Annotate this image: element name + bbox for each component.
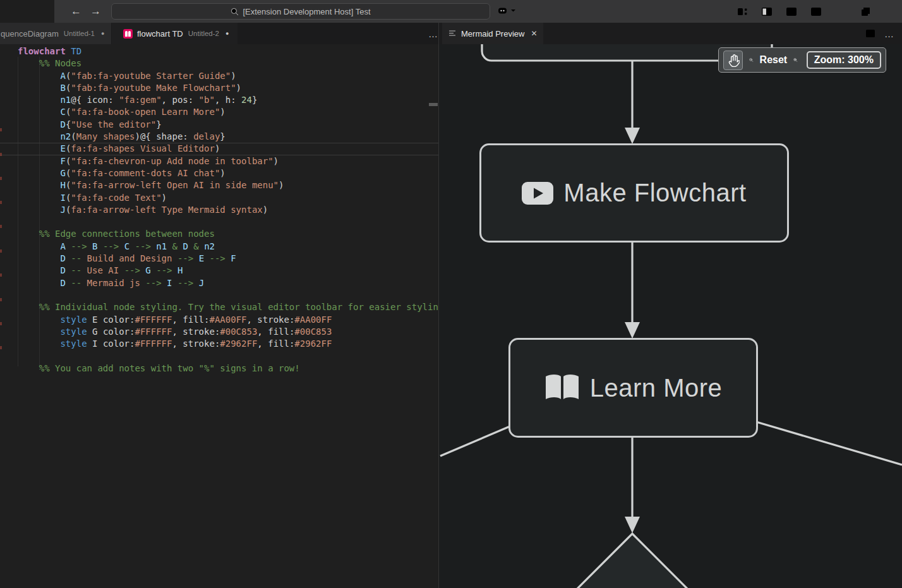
- customize-layout-icon[interactable]: [734, 3, 750, 20]
- toggle-primary-sidebar-icon[interactable]: [759, 3, 775, 20]
- forward-icon[interactable]: →: [90, 5, 101, 18]
- book-open-icon: [544, 373, 580, 402]
- edge-c-n2: [754, 421, 902, 465]
- search-value: [Extension Development Host] Test: [243, 7, 370, 16]
- youtube-icon: [522, 182, 553, 205]
- split-editor-icon[interactable]: [865, 29, 875, 38]
- close-preview-icon[interactable]: ✕: [531, 29, 537, 38]
- pan-tool-button[interactable]: [723, 51, 743, 70]
- code-line: style G color:#FFFFFF, stroke:#00C853, f…: [0, 326, 438, 338]
- flowchart-svg: [439, 44, 902, 588]
- preview-tab-bar: Mermaid Preview ✕ …: [439, 23, 902, 44]
- command-center-search[interactable]: [Extension Development Host] Test: [111, 3, 490, 20]
- vscode-window: ← → [Extension Development Host] Test qu…: [0, 0, 902, 588]
- title-bar-left-region: [0, 0, 54, 23]
- code-line: style E color:#FFFFFF, fill:#AA00FF, str…: [0, 314, 438, 326]
- code-line: D -- Use AI --> G --> H: [0, 265, 438, 277]
- code-line: F("fa:fa-chevron-up Add node in toolbar"…: [0, 155, 438, 167]
- tab-label: quenceDiagram: [1, 29, 59, 39]
- tab-label: flowchart TD: [137, 29, 183, 39]
- code-line: style I color:#FFFFFF, stroke:#2962FF, f…: [0, 338, 438, 350]
- code-line: H("fa:fa-arrow-left Open AI in side menu…: [0, 179, 438, 191]
- overview-error-mark: [0, 225, 2, 228]
- node-label: Make Flowchart: [563, 179, 746, 207]
- code-line: D -- Mermaid js --> I --> J: [0, 277, 438, 289]
- overview-error-mark: [0, 177, 2, 180]
- tab-description: Untitled-2: [188, 30, 219, 37]
- search-icon: [231, 8, 239, 16]
- hand-icon: [727, 53, 740, 67]
- restore-window-icon[interactable]: [857, 3, 874, 20]
- code-line: %% Nodes: [0, 57, 438, 69]
- code-line: G("fa:fa-comment-dots AI chat"): [0, 167, 438, 179]
- code-line: J(fa:fa-arrow-left Type Mermaid syntax): [0, 204, 438, 216]
- overview-error-mark: [0, 273, 2, 277]
- arrowhead-icon: [625, 322, 640, 339]
- code-line: %% Edge connections between nodes: [0, 228, 438, 240]
- overview-error-mark: [0, 153, 2, 156]
- chevron-down-icon: [510, 8, 516, 13]
- copilot-menu[interactable]: [496, 4, 516, 16]
- code-line: n1@{ icon: "fa:gem", pos: "b", h: 24}: [0, 94, 438, 106]
- overview-error-mark: [0, 249, 2, 253]
- code-line: %% Individual node styling. Try the visu…: [0, 301, 438, 313]
- reset-zoom-button[interactable]: Reset: [760, 54, 788, 66]
- back-icon[interactable]: ←: [71, 5, 81, 18]
- code-line: n2(Many shapes)@{ shape: delay}: [0, 131, 438, 143]
- arrowhead-icon: [625, 128, 640, 144]
- toggle-panel-icon[interactable]: [783, 3, 800, 20]
- preview-icon: [448, 30, 457, 37]
- tab-sequencediagram[interactable]: quenceDiagram Untitled-1 ●: [0, 23, 111, 44]
- overview-error-mark: [0, 322, 2, 325]
- zoom-out-icon[interactable]: [749, 52, 754, 68]
- close-window-icon[interactable]: [882, 3, 898, 20]
- code-line: E(fa:fa-shapes Visual Editdor): [0, 143, 438, 155]
- preview-zoom-toolbar: Reset Zoom: 300%: [718, 47, 886, 73]
- code-line: A("fab:fa-youtube Starter Guide"): [0, 70, 438, 82]
- code-line: [0, 350, 438, 362]
- code-line: D{"Use the editor"}: [0, 119, 438, 131]
- code-line: I("fa:fa-code Text"): [0, 192, 438, 204]
- code-line: A --> B --> C --> n1 & D & n2: [0, 241, 438, 253]
- modified-dot-icon[interactable]: ●: [101, 30, 104, 37]
- editor-actions-more-icon[interactable]: …: [428, 23, 438, 44]
- overview-error-mark: [0, 346, 2, 349]
- toggle-secondary-sidebar-icon[interactable]: [808, 3, 824, 20]
- title-bar: ← → [Extension Development Host] Test: [0, 0, 902, 23]
- overview-error-mark: [0, 201, 2, 204]
- node-use-the-editor-partial: [520, 534, 745, 588]
- arrowhead-icon: [625, 517, 640, 533]
- code-line: B("fab:fa-youtube Make Flowchart"): [0, 82, 438, 94]
- edge-c-n1: [440, 425, 513, 456]
- tab-flowchart-td[interactable]: flowchart TD Untitled-2 ●: [112, 23, 238, 44]
- minimize-icon[interactable]: [833, 3, 849, 20]
- code-line: %% You can add notes with two "%" signs …: [0, 363, 438, 375]
- preview-tab-label: Mermaid Preview: [461, 29, 524, 39]
- code-line: D -- Build and Design --> E --> F: [0, 253, 438, 265]
- code-line: flowchart TD: [0, 45, 438, 57]
- code-editor[interactable]: flowchart TD %% Nodes A("fab:fa-youtube …: [0, 44, 438, 588]
- editor-tab-bar: quenceDiagram Untitled-1 ● flowchart TD …: [0, 23, 902, 44]
- code-line: [0, 289, 438, 301]
- preview-more-actions-icon[interactable]: …: [884, 28, 894, 39]
- code-line: C("fa:fa-book-open Learn More"): [0, 106, 438, 118]
- overview-error-mark: [0, 298, 2, 301]
- modified-dot-icon[interactable]: ●: [226, 30, 229, 37]
- zoom-in-icon[interactable]: [793, 52, 798, 68]
- code-line: [0, 216, 438, 228]
- tab-description: Untitled-1: [64, 30, 95, 37]
- node-learn-more[interactable]: Learn More: [508, 338, 758, 438]
- mermaid-file-icon: [123, 29, 133, 39]
- code-content: flowchart TD %% Nodes A("fab:fa-youtube …: [0, 45, 438, 375]
- copilot-icon: [496, 4, 508, 16]
- zoom-level-indicator: Zoom: 300%: [807, 51, 881, 69]
- tab-mermaid-preview[interactable]: Mermaid Preview ✕: [442, 23, 543, 44]
- scrollbar-marker[interactable]: [429, 103, 438, 106]
- node-label: Learn More: [590, 374, 723, 402]
- node-make-flowchart[interactable]: Make Flowchart: [479, 143, 789, 243]
- mermaid-preview-canvas[interactable]: Make Flowchart Learn More Reset Zoom: 30…: [439, 44, 902, 588]
- overview-error-mark: [0, 128, 2, 131]
